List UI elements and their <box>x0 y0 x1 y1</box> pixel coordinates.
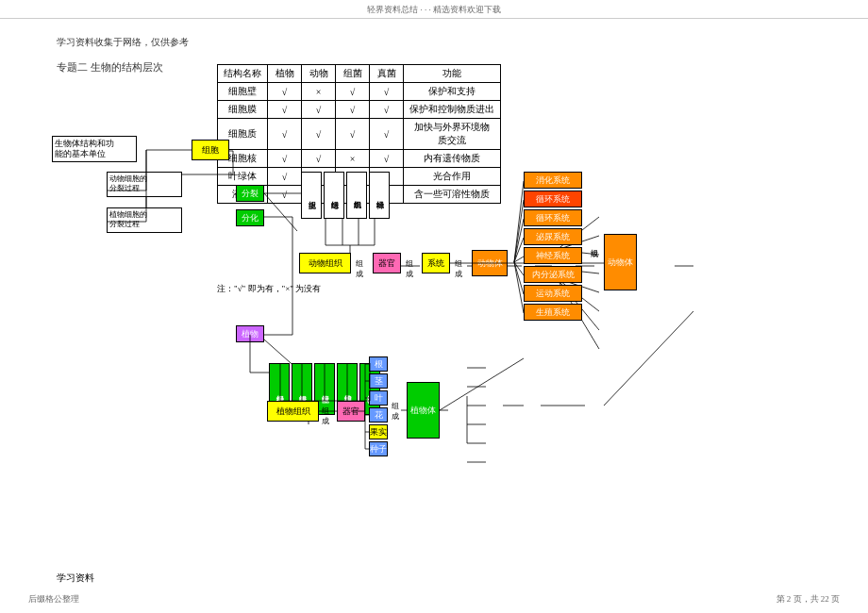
footer-left: 后缀格公整理 <box>28 593 79 605</box>
digestive-system: 消化系统 <box>524 172 582 189</box>
col-header-plant: 植物 <box>268 65 302 83</box>
animal-body-box: 动物体 <box>472 250 508 276</box>
circulatory-system: 循环系统 <box>524 191 582 207</box>
footer: 后缀格公整理 第 2 页，共 22 页 <box>0 593 868 605</box>
seed-box: 种子 <box>369 441 388 456</box>
animal-body-right: 动物体 <box>604 234 637 290</box>
compose-label-2: 组成 <box>406 258 413 279</box>
svg-line-42 <box>514 181 524 262</box>
stem-box: 茎 <box>369 373 388 389</box>
svg-line-45 <box>514 238 524 262</box>
watermark: 学习资料收集于网络，仅供参考 <box>0 19 868 53</box>
compose-label-3: 组成 <box>455 258 462 279</box>
plant-organ-box: 器官 <box>337 401 365 422</box>
plant-tissue-box: 植物组织 <box>267 401 319 422</box>
animal-divide-box: 动物细胞的分裂过程 <box>107 172 182 197</box>
animal-tissue-box: 动物组织 <box>299 253 351 273</box>
plant-body-box: 植物体 <box>407 382 440 439</box>
reproductive-system: 生殖系统 <box>524 304 582 321</box>
compose-label-1: 组成 <box>356 258 363 279</box>
plant-divide-box: 植物细胞的分裂过程 <box>107 207 182 233</box>
animal-organ-box: 器官 <box>373 253 401 273</box>
svg-line-44 <box>514 219 524 262</box>
nerve-tissue: 神经组织 <box>369 172 390 219</box>
svg-line-46 <box>514 257 524 262</box>
endocrine-system: 内分泌系统 <box>524 266 582 283</box>
col-header-name: 结构名称 <box>218 65 268 83</box>
svg-line-48 <box>514 262 524 294</box>
col-header-function: 功能 <box>404 65 501 83</box>
nervous-system: 神经系统 <box>524 247 582 264</box>
svg-line-78 <box>440 358 524 410</box>
table-row: 细胞壁 √ × √ √ 保护和支持 <box>218 83 501 101</box>
svg-line-49 <box>514 262 524 313</box>
col-header-bacteria: 组菌 <box>336 65 370 83</box>
col-header-fungi: 真菌 <box>370 65 404 83</box>
footer-right: 第 2 页，共 22 页 <box>776 593 841 605</box>
divide-box: 分裂 <box>236 185 264 202</box>
bottom-note: 学习资料 <box>57 572 94 585</box>
system-box: 系统 <box>422 253 450 273</box>
svg-line-41 <box>604 311 693 406</box>
header-bar: 轻界资料总结 · · · 精选资料欢迎下载 <box>0 0 868 19</box>
differentiate-box: 分化 <box>236 209 264 226</box>
muscle-tissue: 肌肉组织 <box>346 172 367 219</box>
connective-tissue: 结缔组织 <box>324 172 344 219</box>
plant-compose-2: 组成 <box>392 401 399 422</box>
motor-system: 运动系统 <box>524 285 582 302</box>
cell-description: 生物体结构和功能的基本单位 <box>52 136 137 162</box>
plant-box: 植物 <box>236 325 264 342</box>
flower-box: 花 <box>369 407 388 422</box>
root-box: 根 <box>369 356 388 372</box>
concept-map: 生物体结构和功能的基本单位 组胞 动物细胞的分裂过程 植物细胞的分裂过程 分裂 … <box>52 123 826 556</box>
circulation-system: 循环系统 <box>524 209 582 226</box>
svg-line-5 <box>264 193 297 231</box>
svg-line-43 <box>514 200 524 262</box>
epithelial-tissue: 上皮组织 <box>301 172 322 219</box>
table-row: 细胞膜 √ √ √ √ 保护和控制物质进出 <box>218 101 501 119</box>
urinary-system: 泌尿系统 <box>524 228 582 245</box>
col-header-animal: 动物 <box>302 65 336 83</box>
svg-line-47 <box>514 262 524 275</box>
leaf-box: 叶 <box>369 390 388 406</box>
cell-box: 组胞 <box>192 140 229 160</box>
fruit-box: 果实 <box>369 424 388 439</box>
header-text: 轻界资料总结 · · · 精选资料欢迎下载 <box>367 5 501 14</box>
plant-compose-1: 组成 <box>322 406 329 426</box>
